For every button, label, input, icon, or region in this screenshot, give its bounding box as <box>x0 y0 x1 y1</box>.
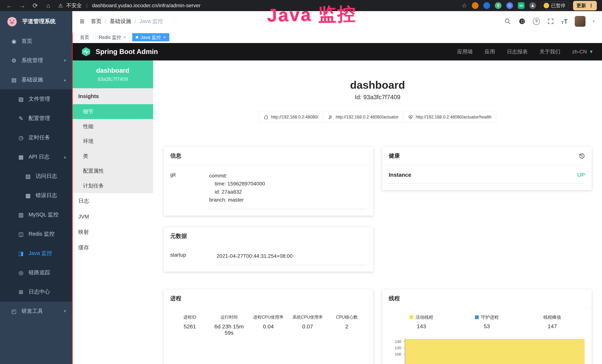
sba-item-logs[interactable]: 日志 <box>72 193 153 209</box>
sidebar-item-dev-tools[interactable]: ◰ 研发工具 ▾ <box>0 301 72 321</box>
close-icon[interactable]: × <box>123 35 126 40</box>
sba-item-config-props[interactable]: 配置属性 <box>72 163 153 178</box>
process-col-cpus: CPU核心数 2 <box>327 314 366 336</box>
tab-label: Java 监控 <box>140 34 161 40</box>
sba-item-mappings[interactable]: 映射 <box>72 224 153 240</box>
bookmark-star-icon[interactable]: ☆ <box>462 2 467 9</box>
sidebar-item-error-logs[interactable]: ▩ 错误日志 <box>0 186 72 205</box>
link-url: http://192.168.0.2:48080/actuator <box>336 115 398 120</box>
breadcrumb-home[interactable]: 首页 <box>91 18 102 25</box>
chevron-up-icon: ▴ <box>64 77 66 82</box>
instance-subtitle: Id: 93a3fc7f7409 <box>163 94 592 101</box>
info-card: 信息 git commit: time: 1596289704000 id: 2… <box>163 147 373 216</box>
font-size-icon[interactable]: TT <box>561 18 568 25</box>
extension-icon-blue-pin[interactable] <box>483 2 490 9</box>
health-instance-row[interactable]: Instance UP <box>389 172 585 183</box>
status-badge: UP <box>577 172 585 178</box>
sidebar-item-home[interactable]: ◉ 首页 <box>0 32 72 51</box>
locale-selector[interactable]: zh-CN ▼ <box>572 49 593 55</box>
sidebar-item-mysql-monitor[interactable]: ▥ MySQL 监控 <box>0 205 72 224</box>
github-icon[interactable] <box>518 18 526 25</box>
breadcrumb-infrastructure[interactable]: 基础设施 <box>110 18 131 25</box>
wrench-icon <box>328 115 333 120</box>
caret-down-icon[interactable]: ▾ <box>592 19 595 24</box>
chart-y-axis: 140 120 100 <box>389 338 405 364</box>
sidebar-item-label: 错误日志 <box>36 192 57 199</box>
forward-icon[interactable]: → <box>18 2 26 9</box>
sba-nav-applications[interactable]: 应用 <box>485 48 495 55</box>
reload-icon[interactable]: ⟳ <box>31 2 39 9</box>
sba-item-classes[interactable]: 类 <box>72 149 153 163</box>
sba-nav-wallboard[interactable]: 应用墙 <box>457 48 473 55</box>
sidebar-item-scheduled-tasks[interactable]: ◷ 定时任务 <box>0 128 72 147</box>
instance-link-health[interactable]: http://192.168.0.2:48080/actuator/health <box>403 111 496 123</box>
sidebar-item-redis-monitor[interactable]: ◫ Redis 监控 <box>0 224 72 244</box>
address-bar[interactable]: ⚠ 不安全 | dashboard.yudao.iocoder.cn/infra… <box>58 2 457 9</box>
paused-badge[interactable]: 已暂停 <box>541 1 568 10</box>
gear-icon: ⚙ <box>10 57 17 64</box>
git-time-line: time: 1596289704000 <box>209 180 366 188</box>
sba-item-scheduled-tasks[interactable]: 计划任务 <box>72 178 153 193</box>
sidebar-item-label: 访问日志 <box>36 172 57 180</box>
extension-icon-on-switch[interactable]: on <box>518 2 525 9</box>
legend-peak-threads: 线程峰值 147 <box>519 314 585 330</box>
sba-nav-journal[interactable]: 日志报表 <box>507 48 528 55</box>
instance-id: 93a3fc7f7409 <box>97 76 128 82</box>
sidebar-item-system-management[interactable]: ⚙ 系统管理 ▾ <box>0 51 72 70</box>
legend-label: 线程峰值 <box>543 314 561 320</box>
sidebar-item-java-monitor[interactable]: ◨ Java 监控 <box>0 244 72 263</box>
process-card: 进程 进程ID 5261 运行时间 6d 23h 15m 59s 进程CPU使用… <box>163 289 373 364</box>
home-icon <box>264 115 269 120</box>
extension-icon-vue[interactable]: V <box>495 2 502 9</box>
sidebar-item-file-management[interactable]: ▨ 文件管理 <box>0 89 72 109</box>
col-value: 0.07 <box>288 323 327 330</box>
tab-redis-monitor[interactable]: Redis 监控 × <box>95 33 129 41</box>
tab-home[interactable]: 首页 <box>76 33 93 41</box>
sidebar-item-api-logs[interactable]: ▦ API 日志 ▴ <box>0 147 72 167</box>
help-icon[interactable]: ? <box>533 18 540 25</box>
pig-avatar-icon <box>6 16 18 27</box>
security-label: 不安全 <box>66 2 82 9</box>
metadata-label: startup <box>170 252 216 265</box>
sba-item-jvm[interactable]: JVM <box>72 209 153 224</box>
sidebar-item-access-logs[interactable]: ▧ 访问日志 <box>0 167 72 186</box>
sidebar-item-config-management[interactable]: ✎ 配置管理 <box>0 109 72 128</box>
fullscreen-icon[interactable] <box>547 18 554 25</box>
sidebar-item-log-center[interactable]: ⊞ 日志中心 <box>0 282 72 301</box>
extension-icon-orange[interactable] <box>472 2 479 9</box>
update-button[interactable]: 更新 ⋮ <box>573 1 597 11</box>
sba-item-caches[interactable]: 缓存 <box>72 240 153 256</box>
user-avatar[interactable] <box>575 16 585 27</box>
instance-link-home[interactable]: http://192.168.0.2:48080/ <box>259 111 323 123</box>
col-header: 运行时间 <box>210 314 249 320</box>
sba-instance-header[interactable]: dashboard 93a3fc7f7409 <box>72 60 153 88</box>
sba-item-environment[interactable]: 环境 <box>72 134 153 149</box>
history-icon[interactable] <box>579 153 585 159</box>
sba-item-metrics[interactable]: 性能 <box>72 119 153 134</box>
dashboard-icon: ◉ <box>10 38 17 44</box>
extension-icon-pawn[interactable]: ♟ <box>529 2 536 9</box>
threads-card-title: 线程 <box>389 295 400 302</box>
kebab-menu-icon[interactable]: ⋮ <box>589 3 593 9</box>
legend-label: 守护进程 <box>481 314 499 320</box>
tab-java-monitor[interactable]: Java 监控 × <box>132 33 169 41</box>
extension-icon-grid[interactable]: ∷ <box>506 2 513 9</box>
col-value: 5261 <box>170 323 210 330</box>
instance-link-actuator[interactable]: http://192.168.0.2:48080/actuator <box>323 111 403 123</box>
close-icon[interactable]: × <box>163 35 166 40</box>
sba-sidebar: dashboard 93a3fc7f7409 Insights 细节 性能 环境… <box>72 60 153 364</box>
sba-nav-about[interactable]: 关于我们 <box>539 48 560 55</box>
tab-label: 首页 <box>80 34 89 40</box>
col-header: 进程ID <box>170 314 210 320</box>
sidebar-item-tracing[interactable]: ◎ 链路追踪 <box>0 263 72 282</box>
sba-item-details[interactable]: 细节 <box>72 104 153 119</box>
app-logo[interactable]: 芋道管理系统 <box>0 11 72 32</box>
sba-brand[interactable]: Spring Boot Admin <box>81 47 158 57</box>
hamburger-icon[interactable]: ≡ <box>80 17 85 26</box>
log-center-icon: ⊞ <box>17 289 24 295</box>
sidebar-item-infrastructure[interactable]: ▤ 基础设施 ▴ <box>0 70 72 89</box>
back-icon[interactable]: ← <box>5 2 13 9</box>
y-tick: 100 <box>389 351 405 357</box>
search-icon[interactable] <box>504 18 511 25</box>
home-icon[interactable]: ⌂ <box>44 2 52 9</box>
